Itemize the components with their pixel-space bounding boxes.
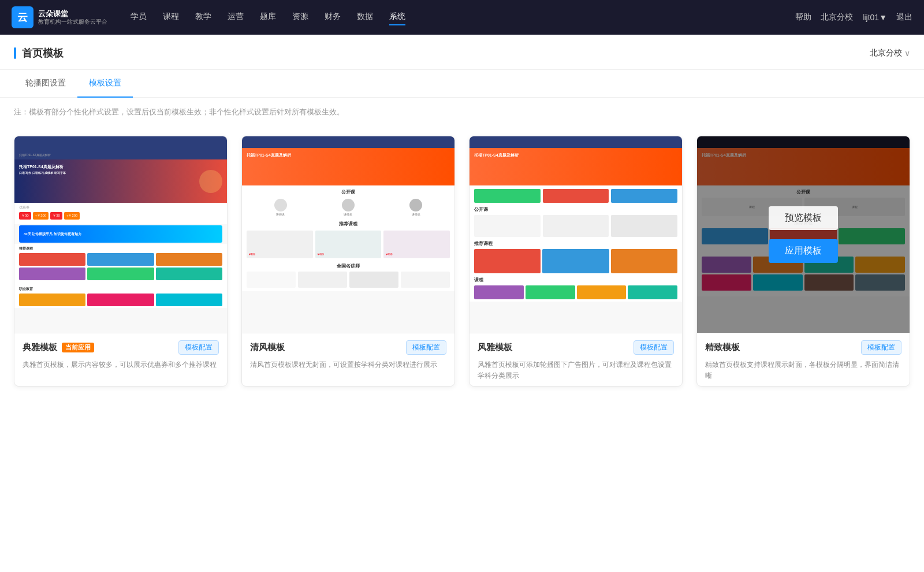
- nav-menu: 学员课程教学运营题库资源财务数据系统: [131, 9, 795, 25]
- config-button-4[interactable]: 模板配置: [861, 340, 901, 355]
- logo[interactable]: 云 云朵课堂 教育机构一站式服务云平台: [12, 6, 107, 28]
- current-badge-1: 当前应用: [62, 343, 94, 352]
- navbar: 云 云朵课堂 教育机构一站式服务云平台 学员课程教学运营题库资源财务数据系统 帮…: [0, 0, 924, 35]
- logo-sub: 教育机构一站式服务云平台: [38, 18, 107, 25]
- preview-button-4[interactable]: 预览模板: [769, 206, 838, 230]
- nav-right: 帮助 北京分校 lijt01▼ 退出: [795, 12, 912, 23]
- template-name-4: 精致模板: [705, 342, 740, 353]
- page-header: 首页模板 北京分校 ∨: [0, 35, 924, 70]
- logo-main: 云朵课堂: [38, 9, 107, 18]
- tab-模板设置[interactable]: 模板设置: [77, 70, 133, 98]
- template-desc-1: 典雅首页模板，展示内容较多，可以展示优惠券和多个推荐课程: [23, 359, 219, 370]
- nav-item-教学[interactable]: 教学: [195, 9, 211, 25]
- branch-arrow: ∨: [904, 49, 910, 58]
- template-name-1: 典雅模板: [23, 342, 57, 353]
- template-desc-2: 清风首页模板课程无封面，可设置按学科分类对课程进行展示: [250, 359, 446, 370]
- tab-轮播图设置[interactable]: 轮播图设置: [14, 70, 77, 98]
- nav-user[interactable]: lijt01▼: [862, 13, 887, 22]
- template-name-3: 风雅模板: [478, 342, 512, 353]
- template-preview-2: 托福TP01-S4真题及解析 公开课 讲师名 讲师名 讲师名: [242, 136, 454, 333]
- template-footer-1: 典雅模板当前应用模板配置典雅首页模板，展示内容较多，可以展示优惠券和多个推荐课程: [14, 333, 227, 375]
- nav-help[interactable]: 帮助: [795, 12, 811, 23]
- template-footer-3: 风雅模板模板配置风雅首页模板可添加轮播图下广告图片，可对课程及课程包设置学科分类…: [470, 333, 682, 386]
- tabs: 轮播图设置模板设置: [0, 70, 924, 98]
- template-desc-4: 精致首页模板支持课程展示封面，各模板分隔明显，界面简洁清晰: [705, 359, 901, 381]
- template-desc-3: 风雅首页模板可添加轮播图下广告图片，可对课程及课程包设置学科分类展示: [478, 359, 674, 381]
- nav-item-课程[interactable]: 课程: [163, 9, 179, 25]
- logo-icon: 云: [12, 6, 33, 28]
- apply-button-4[interactable]: 应用模板: [769, 239, 838, 263]
- config-button-1[interactable]: 模板配置: [178, 340, 219, 355]
- template-card-4[interactable]: 托福TP01-S4真题及解析 公开课 课程 课程 推荐课程 课程: [696, 136, 910, 387]
- nav-logout[interactable]: 退出: [896, 12, 912, 23]
- nav-item-数据[interactable]: 数据: [357, 9, 373, 25]
- branch-selector[interactable]: 北京分校 ∨: [870, 48, 910, 68]
- template-overlay-4: 预览模板应用模板: [697, 136, 910, 333]
- nav-branch[interactable]: 北京分校: [821, 12, 853, 23]
- template-card-1[interactable]: 托福TP01-S4真题及解析 托福TP01-S4真题及解析口语·写作·口语练习·…: [14, 136, 228, 387]
- template-preview-1: 托福TP01-S4真题及解析 托福TP01-S4真题及解析口语·写作·口语练习·…: [14, 136, 227, 333]
- config-button-2[interactable]: 模板配置: [406, 340, 446, 355]
- page-container: 首页模板 北京分校 ∨ 轮播图设置模板设置 注：模板有部分个性化样式设置，设置后…: [0, 35, 924, 572]
- note: 注：模板有部分个性化样式设置，设置后仅当前模板生效；非个性化样式设置后针对所有模…: [0, 98, 924, 127]
- nav-item-财务[interactable]: 财务: [325, 9, 341, 25]
- template-preview-3: 托福TP01-S4真题及解析 公开课 推荐课程: [470, 136, 682, 333]
- nav-item-运营[interactable]: 运营: [228, 9, 244, 25]
- nav-item-学员[interactable]: 学员: [131, 9, 147, 25]
- template-name-2: 清风模板: [250, 342, 285, 353]
- nav-item-题库[interactable]: 题库: [260, 9, 276, 25]
- nav-item-系统[interactable]: 系统: [389, 9, 405, 25]
- page-title: 首页模板: [14, 46, 64, 69]
- template-card-2[interactable]: 托福TP01-S4真题及解析 公开课 讲师名 讲师名 讲师名: [241, 136, 455, 387]
- nav-item-资源[interactable]: 资源: [292, 9, 308, 25]
- template-footer-2: 清风模板模板配置清风首页模板课程无封面，可设置按学科分类对课程进行展示: [242, 333, 454, 375]
- template-footer-4: 精致模板模板配置精致首页模板支持课程展示封面，各模板分隔明显，界面简洁清晰: [697, 333, 910, 386]
- templates-grid: 托福TP01-S4真题及解析 托福TP01-S4真题及解析口语·写作·口语练习·…: [0, 127, 924, 410]
- template-preview-4: 托福TP01-S4真题及解析 公开课 课程 课程 推荐课程 课程: [697, 136, 910, 333]
- template-card-3[interactable]: 托福TP01-S4真题及解析 公开课 推荐课程: [469, 136, 683, 387]
- config-button-3[interactable]: 模板配置: [634, 340, 674, 355]
